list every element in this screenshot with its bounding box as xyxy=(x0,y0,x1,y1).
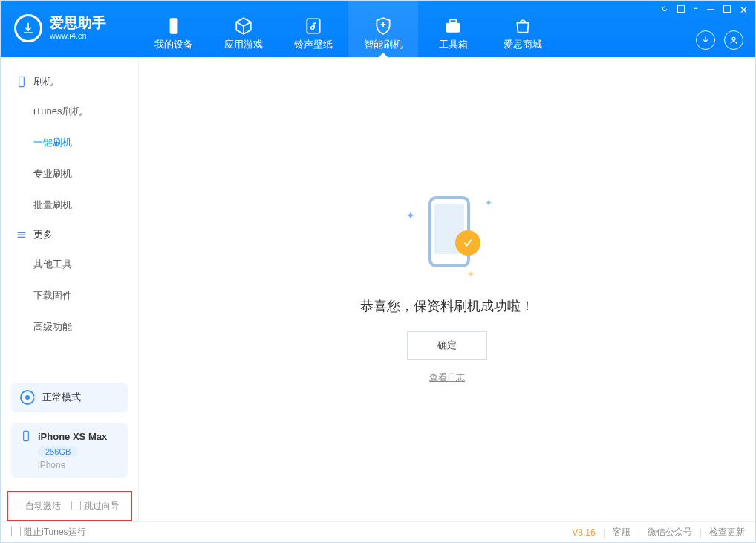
device-type: iPhone xyxy=(38,460,119,470)
checkbox-block-itunes[interactable]: 阻止iTunes运行 xyxy=(11,526,86,539)
cat-label: 更多 xyxy=(33,228,53,241)
mode-label: 正常模式 xyxy=(42,391,81,404)
checkbox-skip-guide[interactable]: 跳过向导 xyxy=(71,500,120,513)
tab-label: 智能刷机 xyxy=(364,39,403,51)
opt-label: 自动激活 xyxy=(25,501,61,511)
status-link-update[interactable]: 检查更新 xyxy=(709,526,745,539)
options-highlight: 自动激活 跳过向导 xyxy=(7,491,132,521)
sidebar-item-adv[interactable]: 高级功能 xyxy=(1,311,138,342)
maximize-button[interactable] xyxy=(723,5,731,13)
status-label: 阻止iTunes运行 xyxy=(24,527,86,537)
success-message: 恭喜您，保资料刷机成功啦！ xyxy=(360,297,534,315)
sidebar-nav: 刷机 iTunes刷机 一键刷机 专业刷机 批量刷机 更多 其他工具 下载固件 … xyxy=(1,57,138,342)
sidebar-cat-flash: 刷机 xyxy=(1,68,138,96)
device-box[interactable]: iPhone XS Max 256GB iPhone xyxy=(11,423,128,478)
toolbox-icon xyxy=(443,16,463,36)
tab-label: 铃声壁纸 xyxy=(294,39,333,51)
check-circle-icon xyxy=(455,230,480,256)
svg-point-4 xyxy=(732,37,735,40)
body: 刷机 iTunes刷机 一键刷机 专业刷机 批量刷机 更多 其他工具 下载固件 … xyxy=(1,57,755,521)
svg-rect-3 xyxy=(450,19,457,22)
confirm-button[interactable]: 确定 xyxy=(407,331,487,360)
app-url: www.i4.cn xyxy=(50,31,106,41)
tab-store[interactable]: 爱思商城 xyxy=(488,1,558,57)
separator: | xyxy=(638,527,640,538)
sparkle-icon: ✦ xyxy=(467,269,475,279)
view-log-link[interactable]: 查看日志 xyxy=(429,371,465,384)
svg-rect-6 xyxy=(24,431,29,440)
mode-box[interactable]: 正常模式 xyxy=(11,383,128,412)
tab-label: 工具箱 xyxy=(439,39,468,51)
device-capacity: 256GB xyxy=(38,446,78,457)
app-name: 爱思助手 xyxy=(50,16,106,30)
sidebar-cat-more: 更多 xyxy=(1,221,138,249)
main-tabs: 我的设备 应用游戏 铃声壁纸 智能刷机 工具箱 爱思商城 xyxy=(139,1,558,57)
tab-ringtone[interactable]: 铃声壁纸 xyxy=(278,1,348,57)
phone-icon xyxy=(16,76,27,88)
skin-icon[interactable] xyxy=(677,5,685,13)
sidebar-item-firmware[interactable]: 下载固件 xyxy=(1,280,138,311)
tab-my-device[interactable]: 我的设备 xyxy=(139,1,209,57)
list-icon xyxy=(16,229,27,241)
minimize-button[interactable]: — xyxy=(707,5,714,15)
sync-icon[interactable] xyxy=(660,5,668,15)
opt-label: 跳过向导 xyxy=(84,501,120,511)
phone-icon xyxy=(164,16,183,36)
sidebar-item-oneclick[interactable]: 一键刷机 xyxy=(1,127,138,158)
sidebar-item-pro[interactable]: 专业刷机 xyxy=(1,158,138,189)
sidebar: 刷机 iTunes刷机 一键刷机 专业刷机 批量刷机 更多 其他工具 下载固件 … xyxy=(1,57,139,521)
close-button[interactable]: ✕ xyxy=(740,5,748,15)
window-controls: ≡ — ✕ xyxy=(660,5,748,15)
checkbox-auto-activate[interactable]: 自动激活 xyxy=(13,500,61,513)
status-link-service[interactable]: 客服 xyxy=(613,526,630,539)
sidebar-item-other[interactable]: 其他工具 xyxy=(1,249,138,280)
sparkle-icon: ✦ xyxy=(406,209,415,221)
sidebar-item-itunes[interactable]: iTunes刷机 xyxy=(1,96,138,127)
music-icon xyxy=(304,16,323,36)
tab-label: 应用游戏 xyxy=(224,39,263,51)
tab-label: 爱思商城 xyxy=(504,39,542,51)
version-label: V8.16 xyxy=(572,527,595,538)
shield-icon xyxy=(374,16,393,36)
app-logo: 爱思助手 www.i4.cn xyxy=(1,1,139,42)
success-illustration: ✦ ✦ ✦ xyxy=(391,195,503,276)
cube-icon xyxy=(234,16,253,36)
download-button[interactable] xyxy=(696,30,715,50)
status-link-wechat[interactable]: 微信公众号 xyxy=(648,526,692,539)
tab-apps[interactable]: 应用游戏 xyxy=(209,1,278,57)
tab-label: 我的设备 xyxy=(154,39,193,51)
status-bar: 阻止iTunes运行 V8.16 | 客服 | 微信公众号 | 检查更新 xyxy=(1,521,755,542)
logo-icon xyxy=(14,14,42,42)
svg-rect-2 xyxy=(446,23,460,33)
device-name: iPhone XS Max xyxy=(38,431,107,442)
header: 爱思助手 www.i4.cn 我的设备 应用游戏 铃声壁纸 智能刷机 工具箱 爱… xyxy=(1,1,755,57)
svg-rect-5 xyxy=(19,77,25,86)
sparkle-icon: ✦ xyxy=(485,198,492,208)
account-button[interactable] xyxy=(724,30,743,50)
cat-label: 刷机 xyxy=(33,75,53,88)
sidebar-item-batch[interactable]: 批量刷机 xyxy=(1,189,138,221)
status-dot-icon xyxy=(20,390,35,405)
tab-flash[interactable]: 智能刷机 xyxy=(348,1,418,57)
menu-icon[interactable]: ≡ xyxy=(694,5,698,15)
bag-icon xyxy=(513,16,532,36)
svg-rect-0 xyxy=(170,18,178,34)
header-actions xyxy=(696,30,743,50)
separator: | xyxy=(700,527,702,538)
tab-toolbox[interactable]: 工具箱 xyxy=(418,1,488,57)
separator: | xyxy=(603,527,605,538)
main-content: ✦ ✦ ✦ 恭喜您，保资料刷机成功啦！ 确定 查看日志 xyxy=(139,57,755,521)
phone-icon xyxy=(20,430,32,442)
